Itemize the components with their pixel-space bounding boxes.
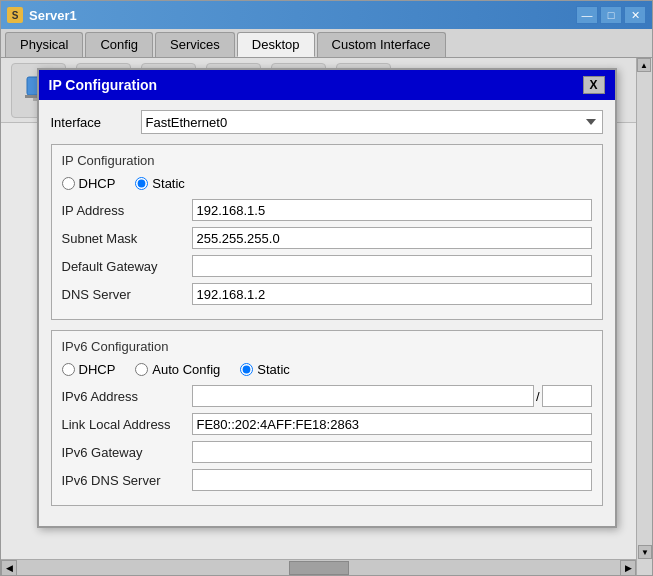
ipv6-static-option[interactable]: Static	[240, 362, 290, 377]
tabs-bar: Physical Config Services Desktop Custom …	[1, 29, 652, 58]
ipv4-radio-row: DHCP Static	[62, 176, 592, 191]
ipv6-section: IPv6 Configuration DHCP Auto Config	[51, 330, 603, 506]
subnet-mask-row: Subnet Mask	[62, 227, 592, 249]
dialog-title: IP Configuration	[49, 77, 158, 93]
ipv4-section-legend: IP Configuration	[62, 153, 592, 168]
dialog-close-button[interactable]: X	[583, 76, 605, 94]
ipv6-static-radio[interactable]	[240, 363, 253, 376]
tab-config[interactable]: Config	[85, 32, 153, 57]
titlebar-left: S Server1	[7, 7, 77, 23]
default-gateway-row: Default Gateway	[62, 255, 592, 277]
ipv6-dhcp-option[interactable]: DHCP	[62, 362, 116, 377]
ipv6-dns-input[interactable]	[192, 469, 592, 491]
ipv4-static-radio[interactable]	[135, 177, 148, 190]
tab-custom-interface[interactable]: Custom Interface	[317, 32, 446, 57]
scroll-thumb[interactable]	[289, 561, 349, 575]
titlebar-controls: — □ ✕	[576, 6, 646, 24]
window-title: Server1	[29, 8, 77, 23]
titlebar: S Server1 — □ ✕	[1, 1, 652, 29]
interface-label: Interface	[51, 115, 131, 130]
ipv6-section-legend: IPv6 Configuration	[62, 339, 592, 354]
tab-desktop[interactable]: Desktop	[237, 32, 315, 57]
maximize-button[interactable]: □	[600, 6, 622, 24]
scroll-down-button[interactable]: ▼	[638, 545, 652, 559]
ipv6-dhcp-label: DHCP	[79, 362, 116, 377]
ipv6-auto-radio[interactable]	[135, 363, 148, 376]
main-window: S Server1 — □ ✕ Physical Config Services…	[0, 0, 653, 576]
default-gateway-label: Default Gateway	[62, 259, 192, 274]
vertical-scrollbar[interactable]: ▲ ▼	[636, 58, 652, 575]
interface-select[interactable]: FastEthernet0	[141, 110, 603, 134]
scroll-left-button[interactable]: ◀	[1, 560, 17, 576]
subnet-mask-label: Subnet Mask	[62, 231, 192, 246]
ipv6-auto-label: Auto Config	[152, 362, 220, 377]
dialog-body: Interface FastEthernet0 IP Configuration…	[39, 100, 615, 526]
link-local-input[interactable]	[192, 413, 592, 435]
ipv4-dhcp-radio[interactable]	[62, 177, 75, 190]
dns-server-label: DNS Server	[62, 287, 192, 302]
default-gateway-input[interactable]	[192, 255, 592, 277]
content-area: C	[1, 58, 652, 575]
link-local-row: Link Local Address	[62, 413, 592, 435]
subnet-mask-input[interactable]	[192, 227, 592, 249]
dialog-overlay: IP Configuration X Interface FastEtherne…	[1, 58, 652, 575]
dns-server-row: DNS Server	[62, 283, 592, 305]
close-button[interactable]: ✕	[624, 6, 646, 24]
window-icon: S	[7, 7, 23, 23]
ip-config-dialog: IP Configuration X Interface FastEtherne…	[37, 68, 617, 528]
ipv6-static-label: Static	[257, 362, 290, 377]
ip-address-input[interactable]	[192, 199, 592, 221]
ipv6-prefix-input[interactable]	[542, 385, 592, 407]
dns-server-input[interactable]	[192, 283, 592, 305]
ipv4-static-label: Static	[152, 176, 185, 191]
ipv6-gateway-input[interactable]	[192, 441, 592, 463]
ipv6-dns-row: IPv6 DNS Server	[62, 469, 592, 491]
ipv4-section: IP Configuration DHCP Static	[51, 144, 603, 320]
ipv6-address-input[interactable]	[192, 385, 534, 407]
scroll-track[interactable]	[17, 560, 620, 576]
horizontal-scrollbar[interactable]: ◀ ▶	[1, 559, 636, 575]
ipv6-address-label: IPv6 Address	[62, 389, 192, 404]
minimize-button[interactable]: —	[576, 6, 598, 24]
ip-address-row: IP Address	[62, 199, 592, 221]
ipv4-dhcp-option[interactable]: DHCP	[62, 176, 116, 191]
ipv6-dns-label: IPv6 DNS Server	[62, 473, 192, 488]
link-local-label: Link Local Address	[62, 417, 192, 432]
ipv6-auto-option[interactable]: Auto Config	[135, 362, 220, 377]
ipv6-gateway-row: IPv6 Gateway	[62, 441, 592, 463]
ipv6-slash: /	[534, 389, 542, 404]
dialog-titlebar: IP Configuration X	[39, 70, 615, 100]
tab-physical[interactable]: Physical	[5, 32, 83, 57]
ipv4-dhcp-label: DHCP	[79, 176, 116, 191]
ipv4-static-option[interactable]: Static	[135, 176, 185, 191]
tab-services[interactable]: Services	[155, 32, 235, 57]
ip-address-label: IP Address	[62, 203, 192, 218]
ipv6-gateway-label: IPv6 Gateway	[62, 445, 192, 460]
interface-row: Interface FastEthernet0	[51, 110, 603, 134]
scroll-up-button[interactable]: ▲	[637, 58, 651, 72]
scroll-right-button[interactable]: ▶	[620, 560, 636, 576]
ipv6-radio-row: DHCP Auto Config Static	[62, 362, 592, 377]
ipv6-address-row: IPv6 Address /	[62, 385, 592, 407]
ipv6-dhcp-radio[interactable]	[62, 363, 75, 376]
